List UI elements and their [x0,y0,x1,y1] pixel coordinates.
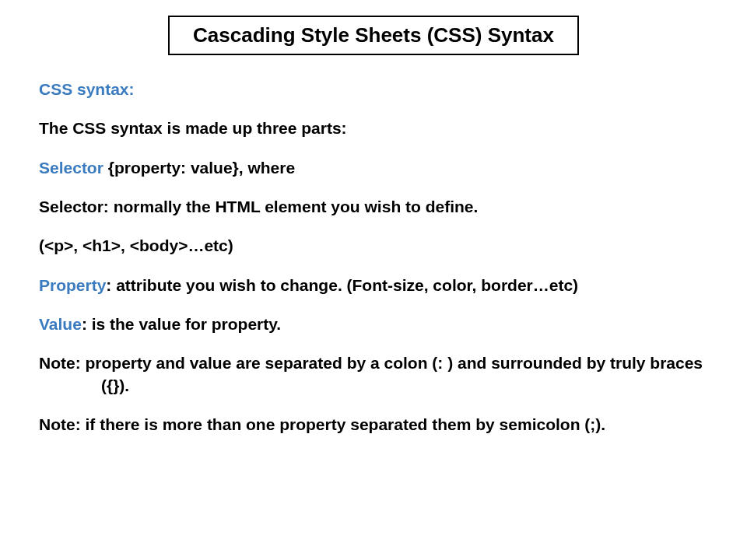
text-line: (<p>, <h1>, <body>…etc) [39,235,716,257]
content-body: CSS syntax: The CSS syntax is made up th… [31,79,716,436]
text-line: The CSS syntax is made up three parts: [39,117,716,139]
text-line: Selector {property: value}, where [39,157,716,179]
text-line: Note: if there is more than one property… [39,414,716,436]
page-title: Cascading Style Sheets (CSS) Syntax [193,23,554,47]
text-line: Note: property and value are separated b… [39,352,716,397]
text-line: Selector: normally the HTML element you … [39,196,716,218]
highlight-text: Selector [39,159,108,177]
text-span: {property: value}, where [108,159,295,177]
text-line: Value: is the value for property. [39,313,716,335]
highlight-text: CSS syntax: [39,80,135,98]
highlight-text: Value [39,315,82,333]
highlight-text: Property [39,276,106,294]
text-line: CSS syntax: [39,79,716,100]
text-span: : attribute you wish to change. (Font-si… [106,276,578,294]
title-box: Cascading Style Sheets (CSS) Syntax [168,16,579,55]
text-line: Property: attribute you wish to change. … [39,275,716,296]
text-span: : is the value for property. [82,315,281,333]
